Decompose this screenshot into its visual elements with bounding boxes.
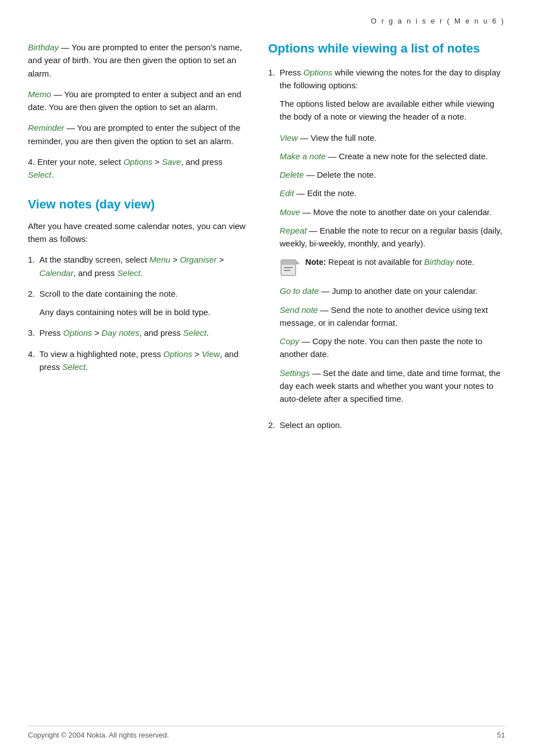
def-move-desc: — Move the note to another date on your … [300, 207, 492, 217]
memo-term: Memo [28, 89, 51, 99]
def-edit-term: Edit [280, 188, 294, 198]
memo-block: Memo — You are prompted to enter a subje… [28, 88, 246, 114]
def-go-to-date-desc: — Jump to another date on your calendar. [319, 286, 478, 296]
def-go-to-date: Go to date — Jump to another date on you… [280, 284, 505, 297]
birthday-term: Birthday [28, 42, 59, 52]
right-step-1-sub: The options listed below are available e… [280, 97, 505, 405]
right-step-2-content: Select an option. [280, 419, 505, 431]
birthday-desc: — You are prompted to enter the person's… [28, 42, 242, 78]
def-move: Move — Move the note to another date on … [280, 206, 505, 218]
step-4-content: To view a highlighted note, press Option… [40, 348, 246, 374]
select-link2: Select [183, 328, 207, 337]
step-2-content: Scroll to the date containing the note. … [40, 287, 246, 319]
note-icon [280, 258, 300, 278]
def-delete-term: Delete [280, 170, 304, 179]
def-copy: Copy — Copy the note. You can then paste… [280, 335, 505, 361]
step-3-content: Press Options > Day notes, and press Sel… [40, 326, 246, 339]
def-settings: Settings — Set the date and time, date a… [280, 367, 505, 406]
step-1-num: 1. [28, 253, 35, 279]
options-link2: Options [63, 328, 92, 337]
page: O r g a n i s e r ( M e n u 6 ) Birthday… [0, 0, 533, 756]
left-step4-andpress: , and press [181, 157, 222, 167]
memo-desc: — You are prompted to enter a subject an… [28, 89, 241, 112]
step-2: 2. Scroll to the date containing the not… [28, 287, 246, 319]
right-step-1-num: 1. [268, 66, 275, 411]
svg-rect-1 [281, 260, 296, 265]
def-edit-desc: — Edit the note. [294, 188, 356, 198]
left-step4-save: Save [162, 157, 181, 167]
left-step4-options: Options [123, 157, 153, 167]
def-copy-term: Copy [280, 336, 299, 346]
def-delete: Delete — Delete the note. [280, 168, 505, 181]
day-notes-link: Day notes [102, 328, 140, 337]
options-right: Options [303, 68, 332, 77]
page-footer: Copyright © 2004 Nokia. All rights reser… [28, 726, 505, 739]
page-header: O r g a n i s e r ( M e n u 6 ) [28, 17, 505, 25]
step-3-num: 3. [28, 326, 35, 339]
step-4-num: 4. [28, 348, 35, 374]
right-steps: 1. Press Options while viewing the notes… [268, 66, 505, 432]
svg-rect-3 [284, 270, 291, 271]
right-step-1: 1. Press Options while viewing the notes… [268, 66, 505, 411]
svg-marker-4 [296, 260, 300, 264]
right-heading: Options while viewing a list of notes [268, 41, 505, 57]
note-box: Note: Repeat is not available for Birthd… [280, 256, 505, 278]
def-repeat-desc: — Enable the note to recur on a regular … [280, 226, 502, 248]
step-2-sub: Any days containing notes will be in bol… [40, 306, 246, 318]
def-copy-desc: — Copy the note. You can then paste the … [280, 336, 483, 359]
options-link3: Options [163, 349, 192, 359]
page-number: 51 [497, 731, 505, 739]
def-edit: Edit — Edit the note. [280, 187, 505, 199]
note-text-content: Note: Repeat is not available for Birthd… [306, 256, 474, 269]
def-make-note-term: Make a note [280, 151, 326, 161]
right-step-2: 2. Select an option. [268, 419, 505, 431]
def-settings-term: Settings [280, 368, 310, 378]
reminder-term: Reminder [28, 123, 64, 132]
left-step4-period: . [51, 170, 54, 179]
def-delete-desc: — Delete the note. [304, 170, 376, 179]
calendar-link: Calendar [40, 268, 74, 278]
view-notes-heading: View notes (day view) [28, 197, 246, 213]
def-send-note: Send note — Send the note to another dev… [280, 303, 505, 330]
step-4: 4. To view a highlighted note, press Opt… [28, 348, 246, 374]
note-body: Repeat is not available for [326, 258, 425, 267]
organiser-link: Organiser [180, 255, 217, 264]
left-step4-select: Select [28, 170, 51, 179]
def-make-note-desc: — Create a new note for the selected dat… [326, 151, 488, 161]
step-2-num: 2. [28, 287, 35, 319]
svg-rect-2 [284, 267, 293, 268]
note-label: Note: [306, 258, 326, 267]
def-repeat-term: Repeat [280, 226, 307, 235]
right-step-1-content: Press Options while viewing the notes fo… [280, 66, 505, 411]
view-notes-intro: After you have created some calendar not… [28, 220, 246, 246]
note-end: note. [454, 258, 474, 267]
left-step4-text: Enter your note, select [37, 157, 123, 167]
left-step4: 4. Enter your note, select Options > Sav… [28, 155, 246, 182]
step-1-content: At the standby screen, select Menu > Org… [40, 253, 246, 279]
view-link: View [202, 349, 220, 359]
def-settings-desc: — Set the date and time, date and time f… [280, 368, 501, 404]
left-step4-num: 4. [28, 157, 37, 167]
def-send-note-term: Send note [280, 305, 318, 315]
step-1: 1. At the standby screen, select Menu > … [28, 253, 246, 279]
step-3: 3. Press Options > Day notes, and press … [28, 326, 246, 339]
sub-intro: The options listed below are available e… [280, 97, 505, 123]
birthday-block: Birthday — You are prompted to enter the… [28, 41, 246, 80]
def-go-to-date-term: Go to date [280, 286, 319, 296]
select-link3: Select [62, 362, 85, 372]
select-link1: Select [117, 268, 141, 278]
def-make-note: Make a note — Create a new note for the … [280, 150, 505, 163]
left-step4-gt: > [153, 157, 162, 167]
def-view: View — View the full note. [280, 131, 505, 144]
right-column: Options while viewing a list of notes 1.… [268, 41, 505, 440]
def-view-desc: — View the full note. [298, 133, 377, 142]
menu-link: Menu [149, 255, 170, 264]
left-column: Birthday — You are prompted to enter the… [28, 41, 246, 440]
right-step-2-num: 2. [268, 419, 275, 431]
view-notes-steps: 1. At the standby screen, select Menu > … [28, 253, 246, 373]
two-column-layout: Birthday — You are prompted to enter the… [28, 41, 505, 440]
def-view-term: View [280, 133, 298, 142]
note-birthday: Birthday [424, 258, 454, 267]
reminder-block: Reminder — You are prompted to enter the… [28, 121, 246, 148]
header-text: O r g a n i s e r ( M e n u 6 ) [371, 17, 505, 25]
